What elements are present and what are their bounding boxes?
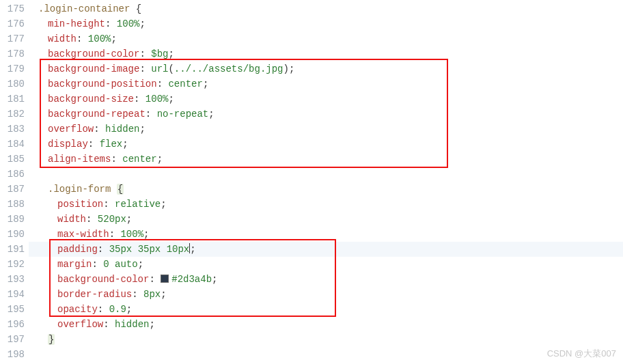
line-number: 185 (0, 152, 29, 167)
code-editor: 1751761771781791801811821831841851861871… (0, 0, 623, 364)
code-line: } (29, 332, 623, 347)
code-line: width: 520px; (29, 212, 623, 227)
line-number: 184 (0, 137, 29, 152)
line-number: 193 (0, 272, 29, 287)
line-number: 177 (0, 31, 29, 46)
code-line: background-position: center; (29, 76, 623, 92)
line-number: 176 (0, 16, 29, 31)
line-number: 188 (0, 197, 29, 212)
code-content[interactable]: .login-container { min-height: 100%; wid… (29, 0, 623, 364)
line-number: 178 (0, 46, 29, 61)
code-line: display: flex; (29, 137, 623, 152)
code-line: width: 100%; (29, 31, 623, 46)
line-number: 186 (0, 167, 29, 182)
code-line: min-height: 100%; (29, 16, 623, 31)
line-number: 182 (0, 107, 29, 122)
code-line: overflow: hidden; (29, 317, 623, 332)
selector: .login-form (48, 184, 111, 195)
line-number: 187 (0, 182, 29, 197)
line-number: 195 (0, 302, 29, 317)
watermark: CSDN @大菜007 (547, 348, 616, 360)
line-number: 180 (0, 76, 29, 92)
color-swatch (161, 275, 169, 283)
code-line: background-repeat: no-repeat; (29, 107, 623, 122)
code-line: position: relative; (29, 197, 623, 212)
line-number: 198 (0, 347, 29, 362)
code-line: .login-container { (29, 1, 623, 16)
line-number: 192 (0, 257, 29, 272)
code-line: overflow: hidden; (29, 122, 623, 137)
code-line: .login-form { (29, 182, 623, 197)
line-number: 196 (0, 317, 29, 332)
line-number: 181 (0, 92, 29, 107)
line-number: 179 (0, 61, 29, 76)
code-line: background-size: 100%; (29, 92, 623, 107)
code-line: margin: 0 auto; (29, 257, 623, 272)
code-line: background-color: $bg; (29, 46, 623, 61)
selector: .login-container (38, 3, 130, 14)
code-line-blank (29, 347, 623, 362)
code-line: opacity: 0.9; (29, 302, 623, 317)
code-line-blank (29, 167, 623, 182)
code-line: max-width: 100%; (29, 227, 623, 242)
code-line: align-items: center; (29, 152, 623, 167)
code-line: background-image: url(../../assets/bg.jp… (29, 61, 623, 76)
line-number: 194 (0, 287, 29, 302)
line-number: 191 (0, 242, 29, 257)
code-line: background-color: #2d3a4b; (29, 272, 623, 287)
line-number-gutter: 1751761771781791801811821831841851861871… (0, 0, 29, 364)
code-line-current: padding: 35px 35px 10px; (29, 242, 623, 257)
line-number: 190 (0, 227, 29, 242)
code-line: border-radius: 8px; (29, 287, 623, 302)
line-number: 189 (0, 212, 29, 227)
line-number: 197 (0, 332, 29, 347)
line-number: 183 (0, 122, 29, 137)
line-number: 175 (0, 1, 29, 16)
